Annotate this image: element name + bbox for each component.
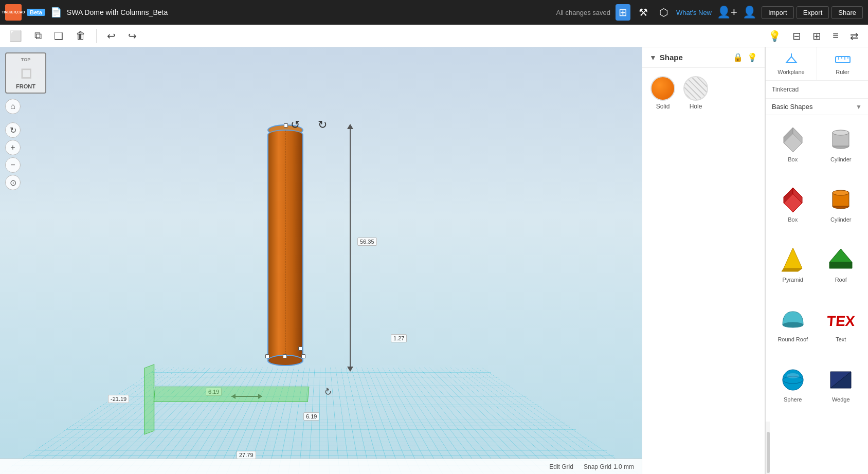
sel-handle-br[interactable] [301, 354, 305, 358]
tinkercad-label: Tinkercad [772, 86, 799, 93]
lock-icon[interactable]: 🔒 [733, 52, 743, 62]
cylinder-gray-icon [825, 123, 856, 154]
shape-tile-cylinder-orange[interactable]: Cylinder [818, 179, 864, 238]
light-icon[interactable]: 💡 [747, 52, 757, 62]
green-shape-2 [154, 387, 310, 402]
svg-text:TEXT: TEXT [826, 313, 855, 329]
library-scrollbar[interactable] [766, 422, 770, 474]
solid-option[interactable]: Solid [650, 76, 675, 110]
shape-tile-roof-green[interactable]: Roof [818, 240, 864, 298]
shape-tile-pyramid-yellow[interactable]: Pyramid [770, 240, 816, 298]
edit-grid-button[interactable]: Edit Grid [549, 463, 573, 470]
roof-green-icon [825, 244, 856, 275]
box-red-label: Box [788, 216, 798, 223]
arrow-head-bottom [347, 367, 353, 372]
add-btn[interactable]: ⊞ [808, 27, 825, 45]
box-red-icon [777, 184, 808, 214]
green-shape-1 [144, 364, 154, 434]
zoom-in-btn[interactable]: + [5, 140, 21, 155]
delete-button[interactable]: 🗑 [71, 27, 90, 44]
viewport[interactable]: TOP ◻ FRONT ⌂ ↻ + − ⊙ [0, 47, 642, 474]
cylinder-orange-icon [825, 184, 856, 214]
shape-tile-box-red[interactable]: Box [770, 179, 816, 238]
pyramid-yellow-label: Pyramid [783, 277, 803, 283]
workplane-label: Workplane [777, 69, 804, 75]
hole-option[interactable]: Hole [683, 76, 708, 110]
library-category-dropdown[interactable]: Basic Shapes ▼ [766, 99, 868, 115]
box-gray-icon [777, 123, 808, 154]
zoom-out-btn[interactable]: − [5, 157, 21, 173]
main-area: TOP ◻ FRONT ⌂ ↻ + − ⊙ [0, 47, 868, 474]
wedge-label: Wedge [832, 396, 850, 403]
snap-info: Snap Grid 1.0 mm [584, 463, 634, 470]
shape-tile-wedge[interactable]: Wedge [818, 359, 864, 417]
shape-collapse-icon[interactable]: ▼ [649, 53, 657, 62]
align-btn[interactable]: ≡ [828, 27, 843, 44]
solid-label: Solid [656, 103, 670, 110]
cylinder-gray-label: Cylinder [830, 156, 851, 162]
tinkercad-logo: TIN,KER,CAD [5, 4, 22, 21]
scroll-thumb[interactable] [767, 432, 770, 473]
redo-button[interactable]: ↪ [124, 27, 141, 45]
whats-new-button[interactable]: What's New [676, 9, 712, 16]
new-button[interactable]: ⬜ [5, 27, 26, 45]
right-panels: ▼ Shape 🔒 💡 Solid Hole [642, 47, 868, 474]
cylinder-object[interactable] [267, 119, 303, 366]
flip-btn[interactable]: ⇄ [846, 27, 863, 45]
rotation-handle-right[interactable]: ↻ [318, 118, 327, 132]
orbit-btn[interactable]: ↻ [5, 122, 21, 138]
tools-btn[interactable]: ⚒ [636, 4, 651, 21]
bottom-dimension-label: 27.79 [237, 451, 256, 459]
box-gray-label: Box [788, 156, 798, 162]
hole-circle [683, 76, 708, 101]
light-btn[interactable]: 💡 [764, 27, 785, 45]
svg-point-19 [833, 190, 849, 195]
x-dimension-label: -21.19 [108, 395, 129, 403]
sel-handle-top[interactable] [284, 123, 288, 127]
svg-marker-21 [782, 268, 802, 271]
ruler-tool[interactable]: Ruler [817, 47, 868, 80]
cube-face[interactable]: TOP ◻ FRONT [5, 52, 46, 94]
sel-handle-bl[interactable] [265, 354, 269, 358]
shapes-grid: Box Cylinder [766, 115, 868, 422]
rotation-handle[interactable]: ↺ [291, 118, 300, 132]
copy-button[interactable]: ⧉ [30, 27, 46, 44]
shape-tile-sphere[interactable]: Sphere [770, 359, 816, 417]
shape-tile-text[interactable]: TEXT Text [818, 299, 864, 357]
share-button[interactable]: Share [831, 6, 863, 19]
cube-front-label: FRONT [16, 83, 35, 89]
shape-tile-cylinder-gray[interactable]: Cylinder [818, 119, 864, 177]
grid-view-btn[interactable]: ⊞ [616, 4, 630, 21]
undo-button[interactable]: ↩ [103, 27, 120, 45]
ruler-label: Ruler [836, 69, 849, 75]
settings-btn[interactable]: ⬡ [656, 4, 671, 21]
roof-green-label: Roof [835, 277, 847, 283]
zoom-fit-btn[interactable]: ⊙ [5, 175, 21, 190]
ruler-icon [835, 52, 851, 67]
svg-marker-23 [829, 262, 852, 268]
sel-handle-bm[interactable] [283, 354, 287, 358]
library-provider-header: Tinkercad [766, 81, 868, 99]
shape-tile-round-roof[interactable]: Round Roof [770, 299, 816, 357]
toolbar: ⬜ ⧉ ❑ 🗑 ↩ ↪ 💡 ⊟ ⊞ ≡ ⇄ [0, 25, 868, 47]
height-dimension-label: 56.35 [357, 238, 377, 246]
export-button[interactable]: Export [797, 6, 829, 19]
user-avatar-button[interactable]: 👤 [743, 6, 756, 19]
category-label: Basic Shapes [772, 103, 813, 111]
import-button[interactable]: Import [762, 6, 794, 19]
svg-marker-22 [829, 249, 852, 262]
wedge-icon [825, 363, 856, 394]
lib-tools: Workplane Ruler [766, 47, 868, 81]
add-user-button[interactable]: 👤+ [717, 6, 737, 19]
workplane-tool[interactable]: Workplane [766, 47, 817, 80]
sel-handle-bc[interactable] [298, 347, 302, 351]
duplicate-button[interactable]: ❑ [50, 27, 67, 45]
logo-box: TIN,KER,CAD [5, 4, 22, 21]
svg-point-13 [833, 130, 849, 135]
home-btn[interactable]: ⌂ [5, 99, 21, 114]
grid-floor [0, 368, 642, 474]
shape-tile-box-gray[interactable]: Box [770, 119, 816, 177]
sphere-icon [777, 363, 808, 394]
view-cube[interactable]: TOP ◻ FRONT [5, 52, 46, 94]
subtract-btn[interactable]: ⊟ [788, 27, 805, 45]
